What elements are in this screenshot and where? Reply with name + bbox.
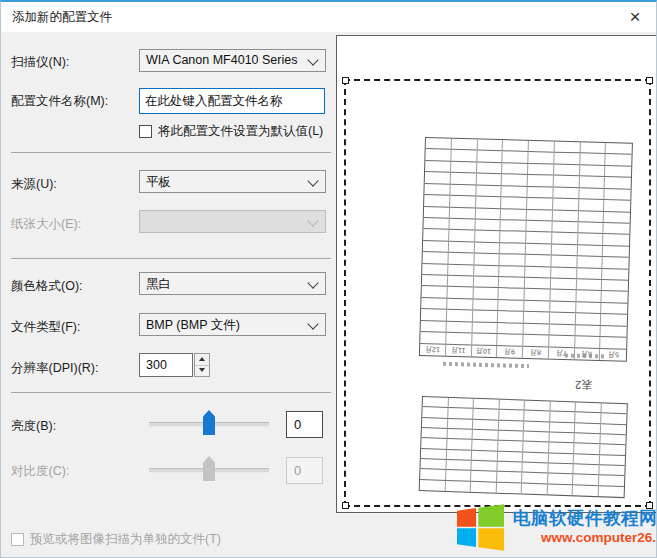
selection-handle-bottom-left[interactable]: [342, 502, 349, 509]
separator: [11, 258, 331, 259]
selection-handle-top-right[interactable]: [646, 77, 653, 84]
brightness-slider-thumb[interactable]: [203, 410, 215, 435]
profile-name-label: 配置文件名称(M):: [11, 93, 108, 110]
chevron-down-icon: [307, 215, 318, 226]
preview-separate-checkbox-label: 预览或将图像扫描为单独的文件(T): [30, 531, 221, 548]
scanner-dropdown[interactable]: WIA Canon MF4010 Series: [139, 49, 326, 72]
chevron-down-icon: [307, 175, 318, 186]
color-format-dropdown[interactable]: 黑白: [139, 272, 326, 295]
file-type-dropdown-value: BMP (BMP 文件): [146, 317, 240, 334]
brightness-label: 亮度(B):: [11, 418, 56, 435]
separator: [11, 392, 331, 393]
default-profile-checkbox[interactable]: [139, 125, 152, 138]
resolution-value: 300: [146, 358, 167, 372]
spinner-down-button[interactable]: [195, 365, 209, 376]
watermark-site-name: 电脑软硬件教程网: [513, 506, 657, 530]
scanner-dropdown-value: WIA Canon MF4010 Series: [146, 53, 297, 67]
color-format-label: 颜色格式(O):: [11, 278, 83, 295]
separator: [11, 152, 331, 153]
watermark-site-url: www.computer26.com: [541, 530, 657, 545]
paper-size-dropdown: [139, 210, 326, 233]
add-scan-profile-dialog: 添加新的配置文件 × 扫描仪(N): WIA Canon MF4010 Seri…: [0, 0, 657, 558]
scan-preview-panel: 12月11月10月9月8月7月6月5月 表2: [336, 35, 657, 513]
resolution-input[interactable]: 300: [139, 353, 193, 377]
color-format-dropdown-value: 黑白: [146, 276, 171, 293]
file-type-dropdown[interactable]: BMP (BMP 文件): [139, 313, 326, 336]
chevron-down-icon: [307, 54, 318, 65]
source-dropdown[interactable]: 平板: [139, 170, 326, 193]
paper-size-label: 纸张大小(E):: [11, 216, 81, 233]
contrast-value: 0: [294, 463, 301, 478]
windows-flag-logo-icon: [452, 504, 509, 551]
contrast-slider-thumb: [203, 456, 215, 481]
file-type-label: 文件类型(F):: [11, 319, 80, 336]
source-label: 来源(U):: [11, 176, 57, 193]
title-bar: 添加新的配置文件 ×: [1, 2, 656, 32]
preview-separate-checkbox-row: 预览或将图像扫描为单独的文件(T): [11, 531, 221, 548]
scan-selection-region[interactable]: [344, 79, 651, 507]
contrast-value-box: 0: [286, 457, 323, 484]
arrow-down-icon: [199, 368, 205, 372]
contrast-label: 对比度(C):: [11, 463, 69, 480]
resolution-spinner: [194, 353, 210, 377]
default-profile-checkbox-row[interactable]: 将此配置文件设置为默认值(L): [139, 123, 323, 140]
brightness-value-box[interactable]: 0: [286, 411, 323, 438]
resolution-label: 分辨率(DPI)(R):: [11, 360, 99, 377]
close-icon[interactable]: ×: [622, 4, 648, 30]
preview-separate-checkbox: [11, 533, 24, 546]
dialog-title: 添加新的配置文件: [12, 9, 112, 26]
profile-name-input[interactable]: [139, 88, 325, 114]
chevron-down-icon: [307, 318, 318, 329]
brightness-value: 0: [294, 417, 301, 432]
scanner-label: 扫描仪(N):: [11, 54, 69, 71]
arrow-up-icon: [199, 357, 205, 361]
default-profile-checkbox-label: 将此配置文件设置为默认值(L): [158, 123, 323, 140]
source-dropdown-value: 平板: [146, 174, 171, 191]
chevron-down-icon: [307, 277, 318, 288]
selection-handle-top-left[interactable]: [342, 77, 349, 84]
